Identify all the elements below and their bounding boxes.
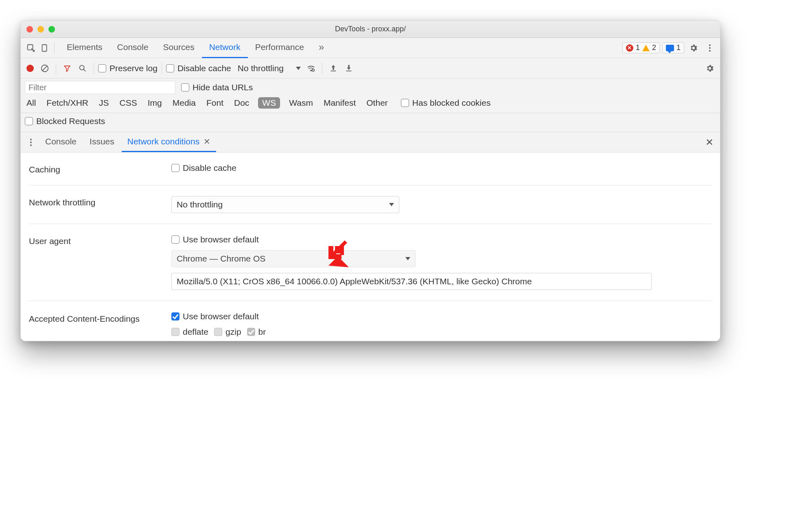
drawer-more-icon[interactable]: [24, 135, 38, 149]
disable-cache-label: Disable cache: [177, 63, 231, 73]
encodings-row: Accepted Content-Encodings Use browser d…: [29, 301, 712, 341]
titlebar: DevTools - proxx.app/: [21, 21, 720, 38]
caching-disable-checkbox[interactable]: Disable cache: [171, 163, 712, 173]
filter-row: Hide data URLs: [21, 78, 720, 97]
clear-icon[interactable]: [38, 61, 52, 75]
type-css[interactable]: CSS: [118, 97, 139, 109]
close-tab-icon[interactable]: ✕: [204, 137, 210, 146]
checkbox-checked-icon: [171, 312, 179, 321]
preserve-log-label: Preserve log: [109, 63, 158, 73]
drawer-tab-issues[interactable]: Issues: [84, 132, 120, 152]
error-count: 1: [636, 44, 640, 52]
tab-elements[interactable]: Elements: [59, 38, 110, 58]
network-conditions-pane: Caching Disable cache Network throttling…: [21, 153, 720, 341]
type-wasm[interactable]: Wasm: [287, 97, 315, 109]
ua-string-value: Mozilla/5.0 (X11; CrOS x86_64 10066.0.0)…: [177, 277, 532, 286]
filter-toggle-icon[interactable]: [60, 61, 74, 75]
more-icon[interactable]: [703, 41, 717, 55]
enc-use-default-label: Use browser default: [183, 312, 259, 321]
type-ws[interactable]: WS: [258, 97, 280, 109]
tab-performance[interactable]: Performance: [248, 38, 311, 58]
tab-overflow[interactable]: »: [311, 38, 331, 58]
svg-point-8: [312, 69, 315, 71]
messages-badge[interactable]: 1: [662, 42, 684, 53]
blocked-requests-label: Blocked Requests: [36, 116, 105, 126]
ua-preset-value: Chrome — Chrome OS: [177, 254, 265, 264]
drawer-tab-console[interactable]: Console: [39, 132, 82, 152]
drawer-close-icon[interactable]: ✕: [705, 137, 717, 148]
search-icon[interactable]: [76, 61, 90, 75]
network-settings-icon[interactable]: [703, 61, 717, 75]
throttling-label: Network throttling: [29, 196, 171, 207]
user-agent-label: User agent: [29, 235, 171, 246]
blocked-requests-row: Blocked Requests: [21, 113, 720, 132]
throttling-value: No throttling: [238, 63, 284, 73]
drawer-tab-network-conditions[interactable]: Network conditions ✕: [122, 132, 216, 152]
type-doc[interactable]: Doc: [232, 97, 251, 109]
drawer-tab-netcond-label: Network conditions: [127, 137, 199, 146]
traffic-lights: [26, 26, 55, 33]
svg-point-7: [311, 70, 311, 71]
checkbox-disabled-icon: [214, 328, 222, 336]
main-toolbar: Elements Console Sources Network Perform…: [21, 38, 720, 58]
blocked-requests-checkbox[interactable]: Blocked Requests: [25, 116, 716, 126]
toolbar-right: ✕ 1 2 1: [622, 41, 717, 55]
caching-label: Caching: [29, 163, 171, 174]
checkbox-icon: [25, 117, 33, 125]
warning-icon: [642, 45, 650, 51]
close-window-button[interactable]: [26, 26, 33, 33]
enc-deflate-checkbox[interactable]: deflate: [171, 327, 208, 337]
ua-use-default-checkbox[interactable]: Use browser default: [171, 235, 712, 244]
caching-row: Caching Disable cache: [29, 153, 712, 185]
message-icon: [666, 45, 674, 51]
chevron-down-icon: [405, 257, 410, 260]
type-media[interactable]: Media: [171, 97, 197, 109]
ua-string-input[interactable]: Mozilla/5.0 (X11; CrOS x86_64 10066.0.0)…: [171, 273, 652, 290]
filter-input[interactable]: [25, 81, 175, 94]
checkbox-icon: [181, 83, 189, 92]
window-title: DevTools - proxx.app/: [21, 25, 720, 33]
type-other[interactable]: Other: [365, 97, 390, 109]
minimize-window-button[interactable]: [37, 26, 44, 33]
enc-br-label: br: [258, 327, 266, 337]
throttling-select[interactable]: No throttling: [236, 63, 302, 73]
enc-deflate-label: deflate: [183, 327, 208, 337]
type-manifest[interactable]: Manifest: [322, 97, 357, 109]
type-img[interactable]: Img: [146, 97, 164, 109]
tab-network[interactable]: Network: [202, 38, 248, 58]
tab-sources[interactable]: Sources: [156, 38, 202, 58]
inspect-element-icon[interactable]: [24, 41, 38, 55]
svg-rect-10: [346, 70, 352, 71]
type-all[interactable]: All: [25, 97, 37, 109]
throttling-select[interactable]: No throttling: [171, 196, 399, 213]
ua-use-default-label: Use browser default: [183, 235, 259, 244]
svg-line-4: [42, 65, 48, 71]
issues-badge[interactable]: ✕ 1 2: [622, 42, 660, 53]
svg-point-5: [80, 65, 84, 70]
error-icon: ✕: [626, 44, 633, 52]
type-js[interactable]: JS: [97, 97, 111, 109]
ua-preset-select[interactable]: Chrome — Chrome OS: [171, 250, 416, 267]
chevron-down-icon: [389, 203, 394, 206]
type-filter-row: All Fetch/XHR JS CSS Img Media Font Doc …: [21, 97, 720, 113]
settings-icon[interactable]: [687, 41, 700, 55]
network-conditions-icon[interactable]: [304, 61, 318, 75]
zoom-window-button[interactable]: [48, 26, 55, 33]
enc-use-default-checkbox[interactable]: Use browser default: [171, 312, 712, 321]
hide-data-urls-checkbox[interactable]: Hide data URLs: [181, 83, 253, 92]
import-har-icon[interactable]: [326, 61, 340, 75]
disable-cache-checkbox[interactable]: Disable cache: [166, 63, 231, 73]
device-toolbar-icon[interactable]: [38, 41, 52, 55]
enc-gzip-checkbox[interactable]: gzip: [214, 327, 241, 337]
checkbox-icon: [166, 64, 174, 72]
export-har-icon[interactable]: [342, 61, 356, 75]
type-font[interactable]: Font: [205, 97, 225, 109]
checkbox-icon: [171, 235, 179, 244]
preserve-log-checkbox[interactable]: Preserve log: [98, 63, 158, 73]
has-blocked-cookies-checkbox[interactable]: Has blocked cookies: [401, 98, 491, 108]
type-fetch[interactable]: Fetch/XHR: [45, 97, 90, 109]
enc-br-checkbox[interactable]: br: [247, 327, 266, 337]
checkbox-icon: [98, 64, 106, 72]
tab-console[interactable]: Console: [110, 38, 156, 58]
record-button[interactable]: [26, 65, 34, 72]
